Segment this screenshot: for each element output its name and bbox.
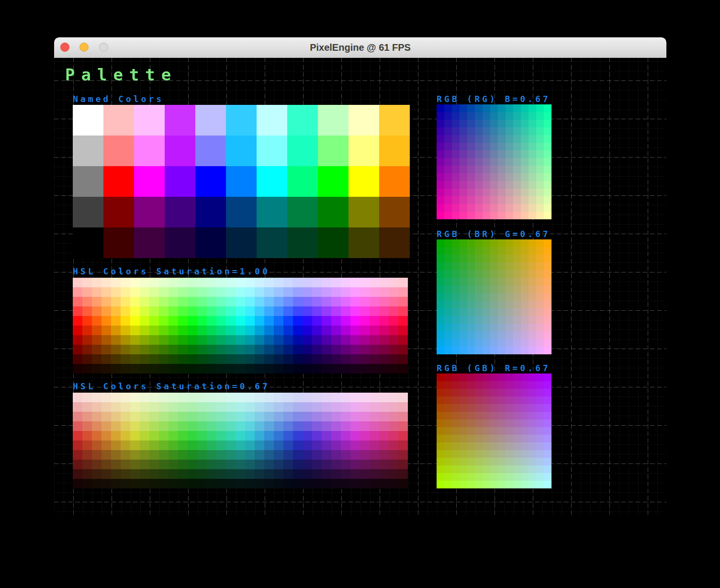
color-swatch [264, 326, 274, 335]
color-swatch [536, 166, 544, 173]
color-swatch [140, 278, 149, 287]
titlebar[interactable]: PixelEngine @ 61 FPS [54, 37, 666, 58]
color-swatch [475, 316, 483, 324]
color-swatch [467, 316, 475, 324]
color-swatch [452, 196, 460, 204]
color-swatch [264, 469, 274, 479]
color-swatch [274, 326, 283, 335]
color-swatch [521, 435, 529, 442]
color-swatch [536, 324, 544, 331]
color-swatch [483, 173, 490, 181]
color-swatch [398, 335, 408, 345]
color-swatch [437, 285, 444, 293]
color-swatch [312, 431, 322, 441]
color-swatch [521, 308, 529, 316]
color-swatch [444, 301, 452, 308]
color-swatch [513, 465, 521, 473]
color-swatch [475, 262, 483, 270]
color-swatch [360, 316, 370, 326]
color-swatch [101, 412, 111, 421]
color-swatch [498, 324, 506, 331]
color-swatch [245, 421, 255, 431]
color-swatch [490, 104, 498, 112]
color-swatch [506, 173, 513, 181]
color-swatch [483, 239, 490, 247]
color-swatch [159, 412, 169, 421]
color-swatch [178, 469, 188, 479]
color-swatch [350, 287, 360, 297]
color-swatch [529, 389, 536, 396]
color-swatch [245, 393, 255, 402]
color-swatch [274, 460, 283, 469]
color-swatch [82, 431, 92, 441]
color-swatch [92, 345, 101, 354]
color-swatch [236, 450, 245, 460]
color-swatch [513, 450, 521, 458]
color-swatch [236, 431, 245, 441]
color-swatch [536, 127, 544, 135]
section-label-named-colors: Named Colors [73, 94, 164, 104]
color-swatch [389, 287, 398, 297]
color-swatch [264, 450, 274, 460]
color-swatch [331, 278, 341, 287]
color-swatch [360, 297, 370, 306]
color-swatch [178, 441, 188, 450]
color-swatch [312, 335, 322, 345]
color-swatch [274, 316, 283, 326]
color-swatch [149, 316, 159, 326]
color-swatch [460, 104, 467, 112]
color-swatch [303, 412, 312, 421]
color-swatch [452, 458, 460, 465]
color-swatch [536, 442, 544, 450]
color-swatch [506, 143, 513, 150]
color-swatch [498, 412, 506, 419]
color-swatch [506, 301, 513, 308]
color-swatch [73, 431, 82, 441]
color-swatch [341, 479, 350, 488]
color-swatch [460, 270, 467, 278]
color-swatch [483, 331, 490, 339]
color-swatch [544, 450, 551, 458]
color-swatch [140, 469, 149, 479]
color-swatch [544, 247, 551, 255]
color-swatch [341, 431, 350, 441]
color-swatch [236, 479, 245, 488]
color-swatch [452, 473, 460, 481]
color-swatch [490, 285, 498, 293]
color-swatch [490, 465, 498, 473]
color-swatch [521, 278, 529, 285]
color-swatch [293, 364, 303, 373]
color-swatch [475, 373, 483, 381]
color-swatch [513, 396, 521, 404]
color-swatch [350, 450, 360, 460]
color-swatch [73, 479, 82, 488]
color-swatch [303, 479, 312, 488]
color-swatch [255, 412, 264, 421]
color-swatch [506, 458, 513, 465]
color-swatch [521, 120, 529, 127]
color-swatch [521, 381, 529, 389]
color-swatch [437, 189, 444, 196]
color-swatch [216, 278, 226, 287]
section-label-hsl-saturation-067: HSL Colors Saturation=0.67 [73, 382, 270, 391]
color-swatch [529, 404, 536, 412]
color-swatch [370, 402, 379, 412]
color-swatch [293, 326, 303, 335]
color-swatch [490, 112, 498, 120]
color-swatch [467, 324, 475, 331]
color-swatch [350, 297, 360, 306]
color-swatch [452, 419, 460, 427]
color-swatch [283, 335, 293, 345]
color-swatch [536, 204, 544, 212]
color-swatch [460, 293, 467, 301]
color-swatch [398, 287, 408, 297]
color-swatch [312, 316, 322, 326]
color-swatch [130, 450, 140, 460]
color-swatch [303, 326, 312, 335]
color-swatch [529, 381, 536, 389]
color-swatch [283, 402, 293, 412]
color-swatch [360, 364, 370, 373]
color-swatch [178, 412, 188, 421]
color-swatch [264, 335, 274, 345]
color-swatch [536, 339, 544, 347]
